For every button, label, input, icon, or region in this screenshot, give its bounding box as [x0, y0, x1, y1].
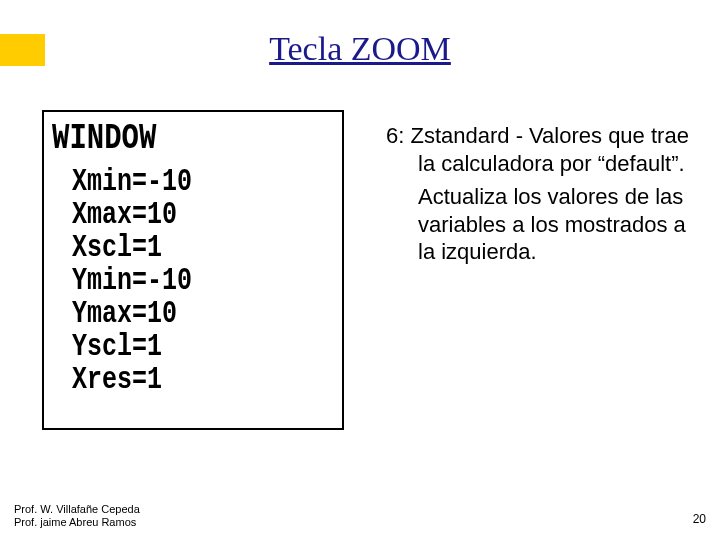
- calculator-window-screen: WINDOW Xmin=-10 Xmax=10 Xscl=1 Ymin=-10 …: [42, 110, 344, 430]
- description-para-2: Actualiza los valores de las variables a…: [358, 183, 698, 266]
- calc-line: Xres=1: [52, 359, 334, 401]
- page-number: 20: [693, 512, 706, 526]
- footer-authors: Prof. W. Villafañe Cepeda Prof. jaime Ab…: [14, 503, 140, 531]
- footer-line-1: Prof. W. Villafañe Cepeda: [14, 503, 140, 517]
- slide-title: Tecla ZOOM: [0, 30, 720, 68]
- calc-window-header: WINDOW: [52, 118, 334, 159]
- footer-line-2: Prof. jaime Abreu Ramos: [14, 516, 140, 530]
- description-text: 6: Zstandard - Valores que trae la calcu…: [358, 122, 698, 266]
- description-para-1: 6: Zstandard - Valores que trae la calcu…: [358, 122, 698, 177]
